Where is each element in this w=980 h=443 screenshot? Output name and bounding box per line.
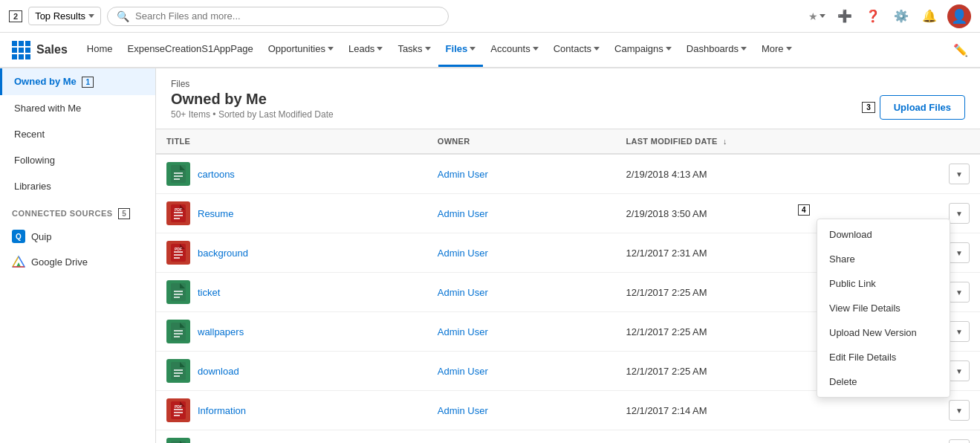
nav-item-files[interactable]: Files bbox=[438, 33, 484, 67]
svg-text:PDF: PDF bbox=[175, 207, 182, 212]
file-dropdown-button[interactable]: ▼ bbox=[949, 242, 970, 263]
owner-link[interactable]: Admin User bbox=[438, 169, 488, 180]
context-menu-view-details[interactable]: View File Details bbox=[817, 296, 950, 320]
context-menu-delete[interactable]: Delete bbox=[817, 369, 950, 394]
file-actions-cell: ▼ bbox=[938, 430, 980, 444]
nav-bar: Sales Home ExpenseCreationS1AppPage Oppo… bbox=[0, 33, 980, 68]
breadcrumb: Files bbox=[171, 79, 334, 89]
svg-rect-23 bbox=[171, 323, 186, 340]
file-dropdown-button[interactable]: ▼ bbox=[949, 282, 970, 303]
sidebar-item-google-drive[interactable]: Google Drive bbox=[0, 249, 155, 274]
file-type-icon bbox=[166, 162, 190, 186]
file-title-cell: download bbox=[156, 352, 427, 391]
upload-btn-wrapper: 3 Upload Files bbox=[859, 95, 965, 120]
sidebar-item-quip[interactable]: Q Quip bbox=[0, 224, 155, 249]
nav-item-contacts[interactable]: Contacts bbox=[546, 33, 607, 67]
notifications-icon[interactable]: 🔔 bbox=[919, 6, 940, 27]
col-title: TITLE bbox=[156, 129, 427, 154]
file-date-cell: 12/1/2017 2:14 AM bbox=[615, 430, 938, 444]
files-chevron bbox=[470, 47, 476, 51]
sidebar-item-following[interactable]: Following bbox=[0, 147, 155, 173]
app-grid-icon[interactable] bbox=[12, 41, 30, 59]
svg-marker-1 bbox=[16, 262, 21, 267]
file-dropdown-button[interactable]: ▼ bbox=[949, 400, 970, 421]
file-owner-cell: Admin User bbox=[427, 273, 616, 312]
files-table-container: TITLE OWNER LAST MODIFIED DATE ↓ bbox=[156, 129, 980, 443]
help-icon[interactable]: ❓ bbox=[863, 6, 883, 27]
sidebar-item-libraries[interactable]: Libraries bbox=[0, 173, 155, 199]
owner-link[interactable]: Admin User bbox=[438, 208, 488, 219]
nav-item-leads[interactable]: Leads bbox=[341, 33, 390, 67]
file-dropdown-button[interactable]: ▼ bbox=[949, 203, 970, 224]
badge-4: 4 bbox=[798, 204, 810, 216]
nav-item-home[interactable]: Home bbox=[79, 33, 120, 67]
dashboards-chevron bbox=[741, 47, 747, 51]
add-icon[interactable]: ➕ bbox=[834, 6, 855, 27]
file-dropdown-button[interactable]: ▼ bbox=[949, 439, 970, 443]
search-bar: 🔍 bbox=[107, 7, 449, 26]
file-owner-cell: Admin User bbox=[427, 430, 616, 444]
svg-rect-27 bbox=[171, 362, 186, 380]
top-results-chevron bbox=[88, 14, 94, 18]
leads-chevron bbox=[377, 47, 383, 51]
nav-item-more[interactable]: More bbox=[754, 33, 799, 67]
avatar[interactable]: 👤 bbox=[947, 4, 971, 28]
svg-rect-5 bbox=[171, 165, 186, 183]
context-menu-upload-version[interactable]: Upload New Version bbox=[817, 320, 950, 345]
favorites-icon[interactable]: ★ bbox=[806, 6, 827, 27]
context-menu-share[interactable]: Share bbox=[817, 247, 950, 271]
file-dropdown-button[interactable]: ▼ bbox=[949, 360, 970, 381]
gdrive-icon bbox=[12, 255, 25, 268]
opportunities-chevron bbox=[328, 47, 334, 51]
nav-item-expense[interactable]: ExpenseCreationS1AppPage bbox=[120, 33, 261, 67]
accounts-chevron bbox=[533, 47, 539, 51]
file-title-link[interactable]: ticket bbox=[198, 287, 220, 298]
nav-item-campaigns[interactable]: Campaigns bbox=[607, 33, 679, 67]
file-title-link[interactable]: cartoons bbox=[198, 169, 235, 180]
file-date-cell: 2/19/2018 4:13 AM bbox=[615, 154, 938, 194]
nav-item-dashboards[interactable]: Dashboards bbox=[679, 33, 754, 67]
edit-nav-icon[interactable]: ✏️ bbox=[953, 43, 968, 57]
sidebar-item-shared-with-me[interactable]: Shared with Me bbox=[0, 95, 155, 121]
sidebar-item-label: Recent bbox=[14, 129, 45, 140]
file-type-icon: PDF bbox=[166, 201, 190, 225]
file-title-link[interactable]: download bbox=[198, 366, 239, 377]
owner-link[interactable]: Admin User bbox=[438, 326, 488, 337]
file-dropdown-button[interactable]: ▼ bbox=[949, 321, 970, 342]
search-input[interactable] bbox=[135, 10, 439, 22]
upload-files-button[interactable]: Upload Files bbox=[880, 95, 965, 120]
owner-link[interactable]: Admin User bbox=[438, 248, 488, 259]
file-title-link[interactable]: wallpapers bbox=[198, 326, 244, 337]
nav-item-tasks[interactable]: Tasks bbox=[390, 33, 438, 67]
context-menu-public-link[interactable]: Public Link bbox=[817, 271, 950, 296]
owner-link[interactable]: Admin User bbox=[438, 287, 488, 298]
file-title-cell: Text bbox=[156, 430, 427, 444]
file-title-cell: PDF Resume bbox=[156, 194, 427, 233]
badge-5: 5 bbox=[118, 208, 130, 219]
file-title-link[interactable]: background bbox=[198, 248, 248, 259]
file-owner-cell: Admin User bbox=[427, 194, 616, 233]
page-title: Owned by Me bbox=[171, 91, 334, 108]
sidebar-item-label: Owned by Me bbox=[14, 76, 77, 87]
file-dropdown-button[interactable]: ▼ bbox=[949, 164, 970, 184]
owner-link[interactable]: Admin User bbox=[438, 405, 488, 416]
context-menu-download[interactable]: Download bbox=[817, 222, 950, 247]
sidebar-item-owned-by-me[interactable]: Owned by Me 1 bbox=[0, 68, 155, 95]
sort-icon: ↓ bbox=[723, 137, 727, 146]
file-owner-cell: Admin User bbox=[427, 312, 616, 352]
context-menu-edit-details[interactable]: Edit File Details bbox=[817, 345, 950, 369]
quip-icon: Q bbox=[12, 230, 25, 243]
sidebar-item-recent[interactable]: Recent bbox=[0, 121, 155, 147]
top-results-button[interactable]: Top Results bbox=[28, 7, 101, 25]
sidebar-item-label: Libraries bbox=[14, 181, 51, 192]
nav-item-accounts[interactable]: Accounts bbox=[483, 33, 545, 67]
file-owner-cell: Admin User bbox=[427, 391, 616, 430]
owner-link[interactable]: Admin User bbox=[438, 366, 488, 377]
nav-item-opportunities[interactable]: Opportunities bbox=[261, 33, 341, 67]
table-header-row: TITLE OWNER LAST MODIFIED DATE ↓ bbox=[156, 129, 980, 154]
main-layout: Owned by Me 1 Shared with Me Recent Foll… bbox=[0, 68, 980, 443]
file-title-cell: PDF background bbox=[156, 233, 427, 273]
settings-icon[interactable]: ⚙️ bbox=[891, 6, 912, 27]
file-title-link[interactable]: Information bbox=[198, 405, 246, 416]
file-title-link[interactable]: Resume bbox=[198, 208, 233, 219]
